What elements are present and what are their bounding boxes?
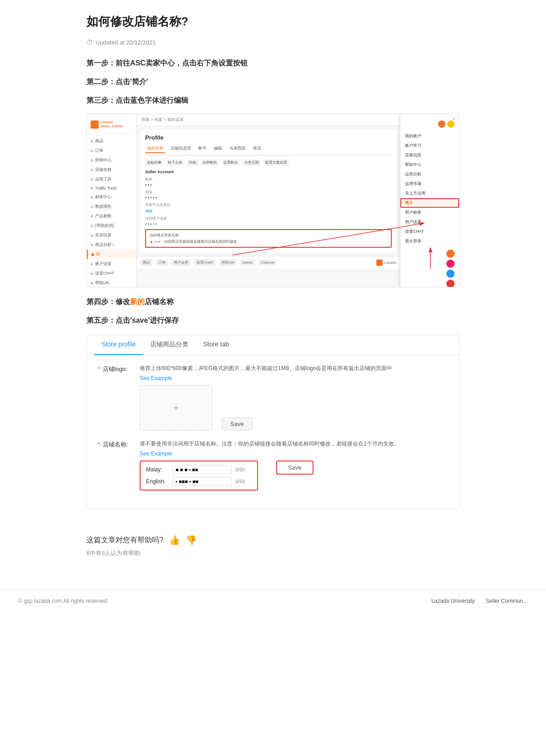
sc-sidebar-item-users[interactable]: 账户设置 — [87, 259, 136, 269]
rp-item-logout[interactable]: 退出登录 — [400, 236, 459, 246]
sc-sidebar-item-lazadaAD[interactable]: [帮助提供] — [87, 221, 136, 230]
form-name-row: * 店铺名称: 请不要使用非法词用于店铺名称。注意：你的店铺链接会随着店铺名称同… — [98, 440, 448, 491]
sc-main-content: 商家 > 档案 > 我的卖家 Profile 我的卖家 店铺信息页 帐号 编辑 … — [137, 114, 400, 287]
footer-link-community[interactable]: Seller Commun... — [485, 598, 528, 604]
update-date: Updated at 20/12/2021 — [96, 39, 156, 46]
form-logo-row: * 店铺logo: 推荐上传600*600像素，JPEG格式的图片，最大不能超过… — [98, 364, 448, 431]
form-name-desc: 请不要使用非法词用于店铺名称。注意：你的店铺链接会随着店铺名称同时修改，老链接会… — [140, 440, 448, 448]
sc-sub-tab-2[interactable]: 帖子分析 — [166, 159, 184, 166]
tab-product-category[interactable]: 店铺商品分类 — [143, 335, 196, 355]
sc-field-name: 昵称 • • • — [145, 177, 392, 187]
step-4-heading: 第四步：修改新的店铺名称 — [86, 297, 460, 307]
sc-sidebar-item-finance[interactable]: 财务中心 — [87, 192, 136, 202]
form-logo-content: 推荐上传600*600像素，JPEG格式的图片，最大不能超过1MB。店铺logo… — [140, 364, 448, 431]
step-3-heading: 第三步：点击蓝色字体进行编辑 — [86, 96, 460, 105]
sc-bottom-orders[interactable]: 订单 — [156, 259, 168, 266]
upload-plus-icon: + — [173, 402, 179, 414]
sc-sidebar-item-me[interactable]: 我 — [87, 250, 136, 259]
thumbs-up-icon[interactable]: 👍 — [169, 535, 180, 546]
sc-sidebar-item-products2[interactable]: 产品参数 — [87, 211, 136, 221]
logo-upload-box[interactable]: + — [140, 385, 212, 431]
name-see-example-link[interactable]: See Example — [140, 451, 448, 457]
rp-item-ops[interactable]: 运营分析 — [400, 170, 459, 179]
sc-sub-tab-6[interactable]: 出售日期 — [243, 159, 261, 166]
sc-sidebar-item-store[interactable]: 店铺名称 — [87, 165, 136, 175]
sc-sidebar-item-admin[interactable]: 帮助UN — [87, 278, 136, 287]
sc-bottom-bar: 商品 订单 用户运营 设置CHAT 帮助UN Admin Channel Laz… — [137, 256, 400, 269]
sc-sidebar-item-chat[interactable]: 商品分析~ — [87, 240, 136, 250]
sc-tab-my[interactable]: 马来西亚 — [228, 145, 248, 153]
rp-item-chat[interactable]: 设置CHAT — [400, 227, 459, 236]
rp-item-user-tags[interactable]: 用户标签 — [400, 208, 459, 217]
sc-bottom-chat[interactable]: 设置CHAT — [194, 259, 216, 266]
sc-bottom-help[interactable]: 帮助UN — [219, 259, 237, 266]
sc-sub-tab-4[interactable]: 估率帐机 — [201, 159, 219, 166]
english-name-input[interactable] — [172, 477, 232, 486]
sc-sub-tab-1[interactable]: 发帖的事 — [145, 159, 163, 166]
lazada-logo-text: LazadaSeller Center — [101, 120, 123, 129]
sc-tab-store[interactable]: 店铺信息页 — [169, 145, 193, 153]
malay-lang-label: Malay: — [146, 466, 169, 473]
sc-right-panel: × 我的账户 账户学习 卖家信息 帮助中心 运营分析 运用市场 关上方法用 简介… — [400, 114, 459, 287]
english-lang-label: English: — [146, 478, 169, 485]
rp-item-market[interactable]: 运用市场 — [400, 179, 459, 189]
page-title: 如何修改店铺名称? — [86, 14, 460, 30]
sc-right-panel-close[interactable]: × — [453, 116, 455, 121]
sc-bottom-users[interactable]: 用户运营 — [172, 259, 191, 266]
store-form-section: Store profile 店铺商品分类 Store tab * 店铺logo:… — [86, 335, 460, 509]
sc-bottom-channel[interactable]: Channel — [258, 260, 277, 265]
sc-sidebar-item-marketing[interactable]: 营销中心 — [87, 155, 136, 165]
store-name-inputs-box: Malay: 9/50 English: 9/50 — [140, 461, 258, 491]
feedback-text: 这篇文章对您有帮助吗? — [86, 536, 163, 545]
sc-tab-account[interactable]: 帐号 — [197, 145, 208, 153]
step-5-heading: 第五步：点击'save'进行保存 — [86, 316, 460, 325]
sc-sidebar-item-products[interactable]: 商品 — [87, 136, 136, 146]
sc-profile-area: Profile 我的卖家 店铺信息页 帐号 编辑 马来西亚 英语 发帖的事 帖子… — [141, 130, 396, 252]
sc-sub-tab-5[interactable]: 设置帐目 — [222, 159, 240, 166]
sc-tab-profile[interactable]: 我的卖家 — [145, 145, 165, 153]
logo-save-button[interactable]: Save — [222, 417, 253, 431]
rp-item-account[interactable]: 我的账户 — [400, 131, 459, 141]
feedback-question: 这篇文章对您有帮助吗? 👍 👎 — [86, 535, 460, 546]
sc-seller-account: Seller Account 昵称 • • • 邮箱 • • • • • 卖家可… — [145, 170, 392, 248]
footer-link-university[interactable]: Lazada University — [431, 598, 475, 604]
footer-copyright: © gsp.lazada.com All rights reserved — [18, 598, 107, 604]
form-name-label: * 店铺名称: — [98, 440, 134, 449]
sc-profile-title: Profile — [145, 134, 392, 141]
sc-sidebar-item-chat2[interactable]: 设置CHAT — [87, 269, 136, 278]
sc-field-store: 你的商户名称 • • • • • — [145, 216, 392, 226]
rp-item-profile[interactable]: 简介 — [400, 198, 459, 208]
sc-field-link: 卖家可点击前往 编辑 — [145, 202, 392, 214]
sc-sub-tabs: 发帖的事 帖子分析 待稿 估率帐机 设置帐目 出售日期 配置方案设置 — [145, 159, 392, 166]
rp-item-help[interactable]: 帮助中心 — [400, 160, 459, 170]
rp-item-user-settings[interactable]: 用户设置 — [400, 217, 459, 227]
sc-sub-tab-7[interactable]: 配置方案设置 — [263, 159, 289, 166]
lazada-logo-icon — [91, 120, 99, 129]
logo-see-example-link[interactable]: See Example — [140, 375, 448, 381]
malay-name-input[interactable] — [172, 465, 232, 474]
sc-sidebar-item-analysis[interactable]: 数据报告 — [87, 202, 136, 211]
name-input-english-row: English: 9/50 — [146, 477, 252, 486]
rp-item-seller[interactable]: 卖家信息 — [400, 150, 459, 160]
sc-tab-eng[interactable]: 英语 — [251, 145, 263, 153]
sc-sub-tab-3[interactable]: 待稿 — [187, 159, 198, 166]
sc-sidebar-item-orders[interactable]: 订单 — [87, 146, 136, 155]
rp-item-method[interactable]: 关上方法用 — [400, 189, 459, 198]
screenshot-seller-center: LazadaSeller Center 商品 订单 营销中心 店铺名称 运营工具 — [86, 114, 460, 287]
sc-sidebar-item-sce[interactable]: 买卖结算 — [87, 230, 136, 240]
form-logo-label: * 店铺logo: — [98, 364, 134, 373]
sc-bottom-admin[interactable]: Admin — [240, 260, 255, 265]
page-footer: © gsp.lazada.com All rights reserved Laz… — [0, 589, 546, 612]
thumbs-down-icon[interactable]: 👎 — [186, 535, 197, 546]
sc-sidebar-item-tools[interactable]: 运营工具 — [87, 175, 136, 184]
store-name-save-button[interactable]: Save — [276, 461, 313, 475]
sc-sidebar: LazadaSeller Center 商品 订单 营销中心 店铺名称 运营工具 — [87, 114, 137, 287]
sc-bottom-products[interactable]: 商品 — [141, 259, 152, 266]
sc-field-email: 邮箱 • • • • • — [145, 190, 392, 200]
update-info: ⏱ Updated at 20/12/2021 — [86, 39, 460, 46]
tab-store-profile[interactable]: Store profile — [94, 335, 143, 355]
tab-store-tab[interactable]: Store tab — [196, 335, 236, 355]
rp-item-learn[interactable]: 账户学习 — [400, 141, 459, 150]
sc-tab-edit[interactable]: 编辑 — [212, 145, 224, 153]
sc-sidebar-item-traffic[interactable]: Traffic Tools — [87, 184, 136, 192]
